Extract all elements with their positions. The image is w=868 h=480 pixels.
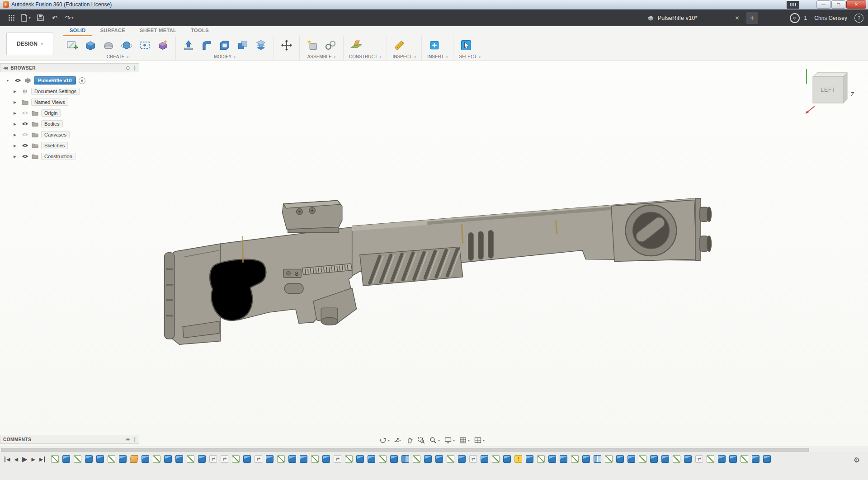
timeline-feature-sketch[interactable] <box>311 455 319 463</box>
select-button[interactable] <box>459 38 473 53</box>
timeline-feature-sketch[interactable] <box>153 455 160 463</box>
go-to-start-button[interactable]: ◀ <box>5 456 10 462</box>
new-component-button[interactable] <box>305 38 320 53</box>
help-button[interactable]: ? <box>854 14 863 23</box>
timeline-feature-sketch[interactable] <box>413 455 420 463</box>
timeline-feature-extrude[interactable] <box>729 455 737 463</box>
viewports-button[interactable]: ▾ <box>473 436 486 445</box>
create-form-button[interactable] <box>101 38 116 53</box>
timeline-feature-move[interactable] <box>695 455 703 463</box>
timeline-feature-extrude[interactable] <box>198 455 206 463</box>
close-document-button[interactable]: ✕ <box>732 13 743 24</box>
timeline-feature-sketch[interactable] <box>74 455 81 463</box>
create-sketch-button[interactable] <box>65 38 80 53</box>
tree-row-document-settings[interactable]: ▶ ⚙ Document Settings <box>3 86 139 97</box>
tree-item-label[interactable]: Sketches <box>41 142 68 149</box>
timeline-feature-extrude[interactable] <box>718 455 726 463</box>
minimize-button[interactable]: — <box>816 0 830 9</box>
maximize-button[interactable]: ▢ <box>831 0 845 9</box>
timeline-feature-extrude[interactable] <box>616 455 624 463</box>
workspace-selector[interactable]: DESIGN ▾ <box>6 33 53 55</box>
viewcube-top-face[interactable] <box>814 72 847 76</box>
browser-header[interactable]: ◀◀ BROWSER ⊖ ∥ <box>0 63 139 72</box>
timeline-feature-move[interactable] <box>209 455 217 463</box>
timeline-feature-sketch[interactable] <box>707 455 714 463</box>
expander-icon[interactable]: ▶ <box>10 133 20 137</box>
timeline-feature-extrude[interactable] <box>560 455 567 463</box>
window-titlebar[interactable]: F Autodesk Fusion 360 (Education License… <box>0 0 868 9</box>
timeline-feature-extrude[interactable] <box>300 455 307 463</box>
tree-row-origin[interactable]: ▶ Origin <box>3 108 139 118</box>
visibility-eye-icon[interactable] <box>20 143 30 148</box>
tree-item-label[interactable]: Origin <box>41 109 61 117</box>
timeline-feature-move[interactable] <box>255 455 262 463</box>
tree-root-row[interactable]: ▾ PulseRifle v10 <box>3 75 139 86</box>
look-at-button[interactable] <box>393 436 403 445</box>
timeline-feature-extrude[interactable] <box>627 455 635 463</box>
display-settings-button[interactable]: ▾ <box>443 436 456 445</box>
new-document-tab-button[interactable]: + <box>746 12 758 24</box>
expander-icon[interactable]: ▶ <box>10 122 20 126</box>
timeline-feature-extrude[interactable] <box>650 455 658 463</box>
comments-header[interactable]: COMMENTS ⊖ ∥ <box>0 435 139 444</box>
timeline-feature-extrude[interactable] <box>164 455 172 463</box>
timeline-feature-extrude[interactable] <box>85 455 93 463</box>
timeline-feature-extrude[interactable] <box>582 455 590 463</box>
close-window-button[interactable]: ✕ <box>846 0 866 9</box>
redo-button[interactable]: ↷ ▾ <box>62 12 76 24</box>
expander-icon[interactable]: ▶ <box>10 111 20 115</box>
timeline-feature-extrude[interactable] <box>175 455 183 463</box>
group-label-insert[interactable]: INSERT ▾ <box>427 54 448 60</box>
timeline-feature-extrude[interactable] <box>96 455 104 463</box>
timeline-feature-extrude[interactable] <box>458 455 466 463</box>
timeline-feature-extrude[interactable] <box>481 455 488 463</box>
zoom-window-button[interactable] <box>416 436 426 445</box>
timeline-feature-extrude[interactable] <box>661 455 669 463</box>
timeline-feature-sketch[interactable] <box>537 455 545 463</box>
timeline-feature-extrude[interactable] <box>503 455 511 463</box>
timeline-feature-extrude[interactable] <box>390 455 398 463</box>
timeline-feature-sketch[interactable] <box>492 455 500 463</box>
panel-drag-handle[interactable]: ∥ <box>133 437 136 442</box>
timeline-feature-extrude[interactable] <box>763 455 771 463</box>
create-plastic-part-button[interactable] <box>156 38 170 53</box>
timeline-feature-extrude[interactable] <box>526 455 533 463</box>
tab-solid[interactable]: SOLID <box>63 26 92 36</box>
timeline-feature-extrude[interactable] <box>684 455 692 463</box>
timeline-feature-extrude[interactable] <box>266 455 274 463</box>
fillet-button[interactable] <box>199 38 214 53</box>
timeline-feature-sketch[interactable] <box>571 455 579 463</box>
joint-button[interactable] <box>323 38 338 53</box>
timeline-feature-extrude[interactable] <box>243 455 251 463</box>
model-butt-pad[interactable] <box>165 253 175 339</box>
group-label-create[interactable]: CREATE ▾ <box>65 54 170 60</box>
collapse-panel-icon[interactable]: ◀◀ <box>3 66 7 70</box>
tab-tools[interactable]: TOOLS <box>184 26 215 36</box>
play-button[interactable]: ▶ <box>22 455 28 463</box>
viewcube-side-face[interactable] <box>844 72 847 103</box>
group-label-select[interactable]: SELECT ▾ <box>459 54 481 60</box>
timeline-feature-extrude[interactable] <box>119 455 127 463</box>
panel-drag-handle[interactable]: ∥ <box>133 65 136 71</box>
visibility-eye-icon[interactable] <box>20 122 30 126</box>
visibility-eye-icon[interactable] <box>20 132 30 137</box>
pan-button[interactable] <box>405 436 415 445</box>
timeline-feature-sketch[interactable] <box>277 455 285 463</box>
tree-row-named-views[interactable]: ▶ Named Views <box>3 97 139 108</box>
construct-plane-button[interactable] <box>349 38 363 53</box>
offset-face-button[interactable] <box>254 38 268 53</box>
timeline-feature-mirror[interactable] <box>594 455 601 463</box>
timeline-feature-sketch[interactable] <box>51 455 59 463</box>
timeline-settings-gear[interactable]: ⚙ <box>854 456 860 464</box>
timeline-feature-sketch[interactable] <box>741 455 748 463</box>
tree-row-construction[interactable]: ▶ Construction <box>3 151 139 162</box>
timeline-feature-sketch[interactable] <box>187 455 194 463</box>
tree-item-label[interactable]: Bodies <box>41 120 63 127</box>
visibility-eye-icon[interactable] <box>20 154 30 159</box>
timeline-feature-sketch[interactable] <box>345 455 353 463</box>
tab-surface[interactable]: SURFACE <box>94 26 132 36</box>
zoom-button[interactable]: ▾ <box>428 436 441 445</box>
tree-item-label[interactable]: Canvases <box>41 131 70 138</box>
combine-button[interactable] <box>236 38 250 53</box>
expander-icon[interactable]: ▶ <box>10 144 20 148</box>
